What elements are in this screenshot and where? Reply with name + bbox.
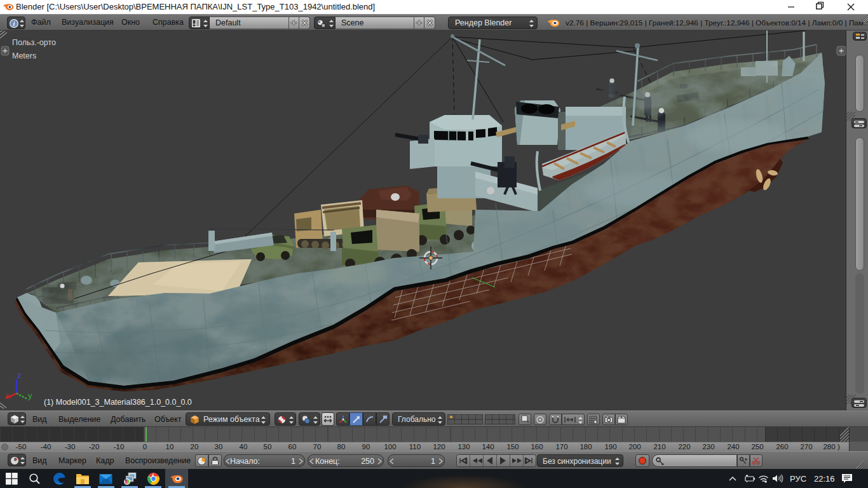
svg-text:x: x (6, 391, 10, 399)
svg-text:1: 1 (124, 475, 127, 482)
svg-text:z: z (17, 370, 22, 380)
svg-text:Meters: Meters (12, 51, 36, 60)
svg-text:(1) Model001_3_Material386_1.0: (1) Model001_3_Material386_1.0_0.0_0.0 (44, 398, 192, 407)
svg-text:Польз.-орто: Польз.-орто (12, 38, 56, 47)
svg-text:i: i (13, 20, 15, 27)
svg-text:y: y (28, 391, 32, 400)
